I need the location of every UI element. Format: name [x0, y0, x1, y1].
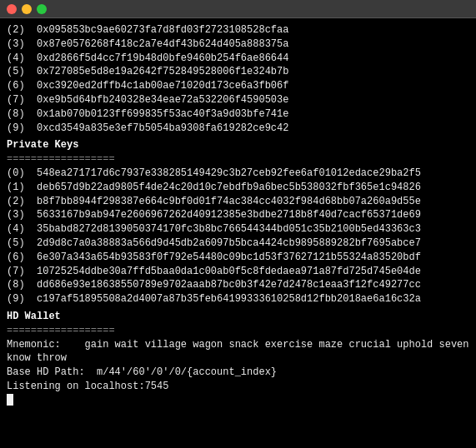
terminal-line: Private Keys — [7, 138, 469, 152]
terminal-line: HD Wallet — [7, 310, 469, 324]
terminal-line: Mnemonic: gain wait village wagon snack … — [7, 338, 469, 352]
cursor-line — [7, 394, 469, 406]
terminal-line: (2) b8f7bb8944f298387e664c9bf0d01f74ac38… — [7, 195, 469, 209]
title-bar — [0, 0, 476, 18]
terminal-cursor — [7, 394, 13, 406]
terminal-line: (7) 10725254ddbe30a7ffd5baa0da1c00ab0f5c… — [7, 265, 469, 279]
close-button[interactable] — [7, 4, 17, 14]
terminal-line: (2) 0x095853bc9ae60273fa7d8fd03f27231085… — [7, 23, 469, 37]
terminal-line: (8) dd686e93e18638550789e9702aaab87bc0b3… — [7, 278, 469, 292]
terminal-line: (9) 0xcd3549a835e3ef7b5054ba9308fa619282… — [7, 122, 469, 136]
terminal-line: (7) 0xe9b5d64bfb240328e34eae72a532206f45… — [7, 93, 469, 107]
terminal-line: ================== — [7, 152, 469, 167]
terminal-line: (4) 0xd2866f5d4cc7f19b48d0bfe9460b254f6a… — [7, 52, 469, 66]
terminal-line: (1) deb657d9b22ad9805f4de24c20d10c7ebdfb… — [7, 181, 469, 195]
terminal-line: Listening on localhost:7545 — [7, 380, 469, 394]
terminal-line: ================== — [7, 324, 469, 338]
terminal-line: (4) 35babd8272d8139050374170fc3b8bc76654… — [7, 222, 469, 236]
terminal-line: (6) 0xc3920ed2dffb4c1ab00ae71020d173ce6a… — [7, 79, 469, 93]
terminal-line: (5) 0x727085e5d8e19a2642f752849528006f1e… — [7, 65, 469, 79]
terminal-line: Base HD Path: m/44'/60'/0'/0/{account_in… — [7, 366, 469, 380]
terminal-line: (9) c197af51895508a2d4007a87b35feb641993… — [7, 292, 469, 306]
terminal-line: (3) 5633167b9ab947e2606967262d40912385e3… — [7, 208, 469, 222]
terminal-line: know throw — [7, 351, 469, 366]
window-controls — [7, 4, 47, 14]
terminal[interactable]: (2) 0x095853bc9ae60273fa7d8fd03f27231085… — [0, 18, 476, 448]
terminal-line: (3) 0x87e0576268f418c2a7e4df43b624d405a8… — [7, 37, 469, 52]
terminal-line: (0) 548ea271717d6c7937e338285149429c3b27… — [7, 167, 469, 181]
terminal-line: (5) 2d9d8c7a0a38883a566d9d45db2a6097b5bc… — [7, 236, 469, 251]
minimize-button[interactable] — [22, 4, 32, 14]
terminal-line: (6) 6e307a343a654b93583f0f792e54480c09bc… — [7, 251, 469, 265]
maximize-button[interactable] — [37, 4, 47, 14]
terminal-line: (8) 0x1ab070b0123ff699835f53ac40f3a9d03b… — [7, 107, 469, 122]
